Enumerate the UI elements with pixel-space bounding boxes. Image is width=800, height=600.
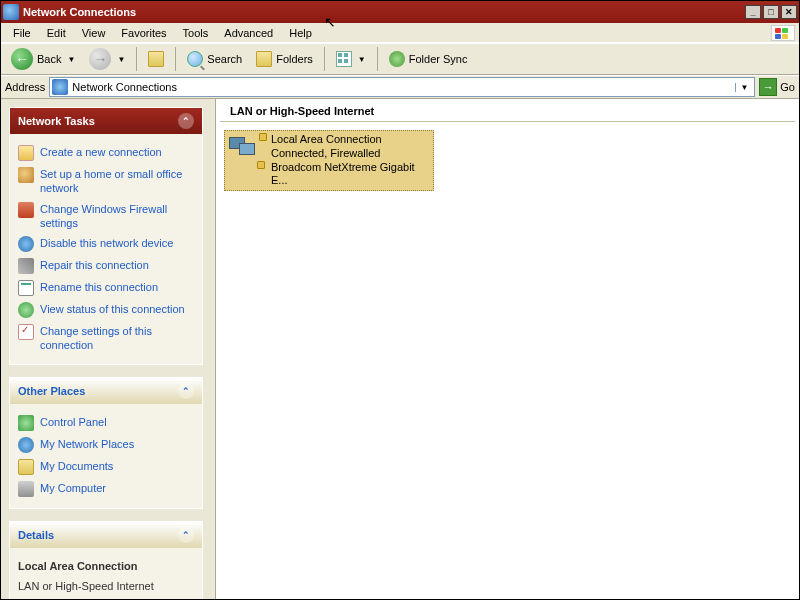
firewall-icon <box>18 202 34 218</box>
chevron-down-icon: ▼ <box>117 55 125 64</box>
menu-help[interactable]: Help <box>281 25 320 41</box>
link-my-computer[interactable]: My Computer <box>16 478 196 500</box>
task-disable[interactable]: Disable this network device <box>16 233 196 255</box>
menu-favorites[interactable]: Favorites <box>113 25 174 41</box>
disable-icon <box>18 236 34 252</box>
menu-advanced[interactable]: Advanced <box>216 25 281 41</box>
connection-icon <box>227 133 267 169</box>
other-places-panel: Other Places ⌃ Control Panel My Network … <box>9 377 203 509</box>
documents-icon <box>18 459 34 475</box>
address-value: Network Connections <box>72 81 177 93</box>
forward-arrow-icon: → <box>89 48 111 70</box>
chevron-up-icon: ⌃ <box>178 113 194 129</box>
menu-edit[interactable]: Edit <box>39 25 74 41</box>
forward-button[interactable]: → ▼ <box>83 44 131 74</box>
task-repair[interactable]: Repair this connection <box>16 255 196 277</box>
minimize-button[interactable]: _ <box>745 5 761 19</box>
address-input[interactable]: Network Connections ▼ <box>49 77 755 97</box>
sync-icon <box>389 51 405 67</box>
go-arrow-icon: → <box>759 78 777 96</box>
folders-icon <box>256 51 272 67</box>
views-icon <box>336 51 352 67</box>
rename-icon <box>18 280 34 296</box>
back-button[interactable]: ← Back ▼ <box>5 44 81 74</box>
main-pane[interactable]: LAN or High-Speed Internet Local Area Co… <box>215 99 799 599</box>
menu-file[interactable]: File <box>5 25 39 41</box>
chevron-down-icon: ▼ <box>358 55 366 64</box>
task-rename[interactable]: Rename this connection <box>16 277 196 299</box>
separator <box>377 47 378 71</box>
task-status[interactable]: View status of this connection <box>16 299 196 321</box>
panel-title: Other Places <box>18 385 85 397</box>
maximize-button[interactable]: □ <box>763 5 779 19</box>
network-tasks-header[interactable]: Network Tasks ⌃ <box>10 108 202 134</box>
address-bar: Address Network Connections ▼ → Go <box>1 75 799 99</box>
titlebar[interactable]: Network Connections _ □ ✕ <box>1 1 799 23</box>
views-button[interactable]: ▼ <box>330 47 372 71</box>
link-my-documents[interactable]: My Documents <box>16 456 196 478</box>
task-setup-network[interactable]: Set up a home or small office network <box>16 164 196 199</box>
window-title: Network Connections <box>23 6 743 18</box>
task-firewall[interactable]: Change Windows Firewall settings <box>16 199 196 234</box>
connection-item[interactable]: Local Area Connection Connected, Firewal… <box>224 130 434 191</box>
separator <box>324 47 325 71</box>
chevron-down-icon: ▼ <box>67 55 75 64</box>
go-label: Go <box>780 81 795 93</box>
chevron-up-icon: ⌃ <box>178 383 194 399</box>
folder-up-icon <box>148 51 164 67</box>
separator <box>175 47 176 71</box>
toolbar: ← Back ▼ → ▼ Search Folders ▼ Folder Syn… <box>1 43 799 75</box>
panel-title: Network Tasks <box>18 115 95 127</box>
connection-status: Connected, Firewalled <box>271 147 431 161</box>
details-header[interactable]: Details ⌃ <box>10 522 202 548</box>
close-button[interactable]: ✕ <box>781 5 797 19</box>
group-header: LAN or High-Speed Internet <box>220 99 795 122</box>
back-arrow-icon: ← <box>11 48 33 70</box>
computer-icon <box>18 481 34 497</box>
home-network-icon <box>18 167 34 183</box>
link-control-panel[interactable]: Control Panel <box>16 412 196 434</box>
menubar: File Edit View Favorites Tools Advanced … <box>1 23 799 43</box>
other-places-header[interactable]: Other Places ⌃ <box>10 378 202 404</box>
netconn-icon <box>3 4 19 20</box>
chevron-up-icon: ⌃ <box>178 527 194 543</box>
up-button[interactable] <box>142 47 170 71</box>
details-name: Local Area Connection <box>18 559 137 573</box>
netconn-icon <box>52 79 68 95</box>
settings-icon <box>18 324 34 340</box>
task-create-connection[interactable]: Create a new connection <box>16 142 196 164</box>
connection-name: Local Area Connection <box>271 133 431 147</box>
separator <box>136 47 137 71</box>
menu-view[interactable]: View <box>74 25 114 41</box>
control-panel-icon <box>18 415 34 431</box>
folder-sync-label: Folder Sync <box>409 53 468 65</box>
status-icon <box>18 302 34 318</box>
connection-device: Broadcom NetXtreme Gigabit E... <box>271 161 431 189</box>
folders-label: Folders <box>276 53 313 65</box>
windows-flag-icon <box>771 25 795 41</box>
go-button[interactable]: → Go <box>759 78 795 96</box>
search-button[interactable]: Search <box>181 47 248 71</box>
details-panel: Details ⌃ Local Area Connection LAN or H… <box>9 521 203 599</box>
folders-button[interactable]: Folders <box>250 47 319 71</box>
address-label: Address <box>5 81 45 93</box>
panel-title: Details <box>18 529 54 541</box>
network-tasks-panel: Network Tasks ⌃ Create a new connection … <box>9 107 203 365</box>
details-type: LAN or High-Speed Internet <box>18 579 154 593</box>
repair-icon <box>18 258 34 274</box>
sidebar: Network Tasks ⌃ Create a new connection … <box>1 99 211 599</box>
new-connection-icon <box>18 145 34 161</box>
search-icon <box>187 51 203 67</box>
network-places-icon <box>18 437 34 453</box>
folder-sync-button[interactable]: Folder Sync <box>383 47 474 71</box>
chevron-down-icon[interactable]: ▼ <box>735 83 752 92</box>
menu-tools[interactable]: Tools <box>175 25 217 41</box>
search-label: Search <box>207 53 242 65</box>
back-label: Back <box>37 53 61 65</box>
task-settings[interactable]: Change settings of this connection <box>16 321 196 356</box>
link-network-places[interactable]: My Network Places <box>16 434 196 456</box>
